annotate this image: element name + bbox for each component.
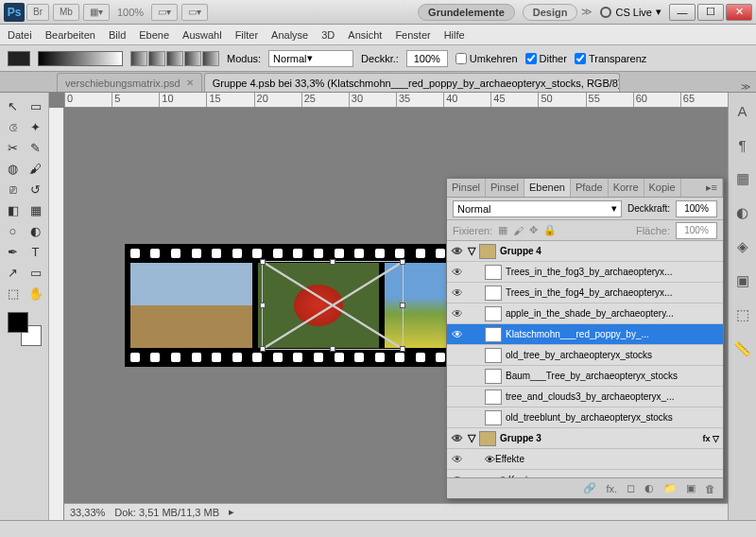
close-button[interactable]: ✕ [726, 4, 752, 21]
marquee-tool[interactable]: ▭ [26, 96, 46, 115]
layer-row[interactable]: 👁Trees_in_the_fog3_by_archaeopteryx... [447, 262, 723, 283]
lock-all-icon[interactable]: 🔒 [543, 224, 557, 236]
tab-verschiebungsmatrix[interactable]: verschiebungsmatrix.psd✕ [57, 73, 202, 92]
menu-filter[interactable]: Filter [235, 29, 258, 41]
adjustments-panel-icon[interactable]: ◐ [732, 202, 753, 223]
panel-tab-ebenen[interactable]: Ebenen [524, 179, 571, 197]
link-layers-icon[interactable]: 🔗 [583, 482, 596, 494]
layer-name[interactable]: Effekte [495, 454, 719, 464]
menu-analyse[interactable]: Analyse [271, 29, 308, 41]
expand-icon[interactable]: ▽ [468, 432, 475, 444]
layer-opacity-input[interactable]: 100% [676, 200, 717, 217]
visibility-icon[interactable]: 👁 [447, 453, 468, 466]
layer-row[interactable]: 👁apple_in_the_shade_by_archaeoptery... [447, 303, 723, 324]
layer-row[interactable]: tree_and_clouds3_by_archaeopteryx_... [447, 387, 723, 407]
close-icon[interactable]: ✕ [186, 78, 194, 88]
opacity-input[interactable]: 100% [406, 50, 448, 67]
menu-3d[interactable]: 3D [321, 29, 335, 41]
crop-tool[interactable]: ✂ [3, 138, 24, 157]
layer-name[interactable]: Gruppe 4 [500, 246, 719, 256]
hand-tool[interactable]: ✋ [26, 284, 46, 303]
styles-panel-icon[interactable]: ◈ [732, 236, 753, 257]
transparency-checkbox[interactable]: Transparenz [575, 53, 646, 64]
lasso-tool[interactable]: ⟃ [3, 117, 24, 136]
visibility-icon[interactable]: 👁 [447, 245, 468, 258]
layer-name[interactable]: old_tree_by_archaeopteryx_stocks [506, 350, 719, 360]
workspace-grundelemente[interactable]: Grundelemente [418, 4, 515, 21]
menu-datei[interactable]: Datei [8, 29, 32, 41]
paragraph-panel-icon[interactable]: ¶ [732, 134, 753, 155]
type-panel-icon[interactable]: A [732, 100, 753, 121]
fx-badge[interactable]: fx ▽ [702, 434, 719, 443]
workspace-design[interactable]: Design [523, 4, 578, 21]
menu-auswahl[interactable]: Auswahl [182, 29, 222, 41]
view-extras-button[interactable]: ▦▾ [83, 4, 110, 21]
expand-icon[interactable]: ▽ [468, 245, 475, 257]
tabs-overflow[interactable]: ≫ [741, 81, 750, 92]
transform-box[interactable] [262, 261, 404, 350]
layer-row[interactable]: Baum___Tree_by_archaeopteryx_stocks [447, 366, 723, 387]
menu-ansicht[interactable]: Ansicht [348, 29, 382, 41]
panel-tab-korre[interactable]: Korre [609, 179, 644, 197]
3d-tool[interactable]: ⬚ [3, 284, 24, 303]
new-layer-icon[interactable]: ▣ [686, 482, 696, 494]
menu-hilfe[interactable]: Hilfe [444, 29, 465, 41]
workspace-more[interactable]: ≫ [581, 6, 593, 18]
layer-name[interactable]: Baum___Tree_by_archaeopteryx_stocks [506, 371, 719, 381]
minibridge-button[interactable]: Mb [53, 4, 79, 21]
masks-panel-icon[interactable]: ▣ [732, 270, 753, 291]
layer-row[interactable]: old_treeblunt_by_archaeopteryx_stocks [447, 407, 723, 428]
blend-mode-select[interactable]: Normal▾ [268, 50, 353, 67]
bridge-button[interactable]: Br [26, 4, 49, 21]
layer-row[interactable]: old_tree_by_archaeopteryx_stocks [447, 345, 723, 366]
layer-mask-icon[interactable]: ◻ [627, 482, 635, 494]
path-tool[interactable]: ↗ [3, 263, 24, 282]
layer-row[interactable]: 👁Klatschmohn___red_poppy_by_... [447, 324, 723, 345]
layer-name[interactable]: Trees_in_the_fog3_by_archaeopteryx... [506, 267, 719, 277]
panel-tab-pfade[interactable]: Pfade [571, 179, 609, 197]
menu-bearbeiten[interactable]: Bearbeiten [45, 29, 95, 41]
brush-tool[interactable]: 🖌 [26, 159, 46, 178]
arrange-button[interactable]: ▭▾ [151, 4, 178, 21]
panel-tab-kopie[interactable]: Kopie [644, 179, 681, 197]
reverse-checkbox[interactable]: Umkehren [455, 53, 518, 64]
panel-menu-icon[interactable]: ▸≡ [701, 179, 723, 197]
visibility-icon[interactable]: 👁 [447, 286, 468, 300]
lock-transparency-icon[interactable]: ▦ [498, 224, 507, 236]
visibility-icon[interactable]: 👁 [447, 432, 468, 445]
minimize-button[interactable]: — [669, 4, 696, 21]
swatches-panel-icon[interactable]: ▦ [732, 168, 753, 189]
move-tool[interactable]: ↖ [3, 96, 24, 115]
type-tool[interactable]: T [26, 242, 46, 261]
zoom-display[interactable]: 100% [117, 7, 144, 18]
layer-name[interactable]: Klatschmohn___red_poppy_by_... [506, 329, 719, 339]
layer-name[interactable]: old_treeblunt_by_archaeopteryx_stocks [506, 412, 719, 423]
heal-tool[interactable]: ◍ [3, 159, 24, 178]
layer-name[interactable]: Gruppe 3 [500, 433, 702, 443]
layer-fill-input[interactable]: 100% [676, 222, 717, 239]
menu-ebene[interactable]: Ebene [139, 29, 169, 41]
eyedropper-tool[interactable]: ✎ [26, 138, 46, 157]
panel-tab-pinsel[interactable]: Pinsel [447, 179, 486, 197]
lock-position-icon[interactable]: ✥ [529, 224, 538, 236]
dodge-tool[interactable]: ◐ [26, 221, 46, 240]
layer-blend-select[interactable]: Normal▾ [453, 200, 622, 217]
layers-list[interactable]: 👁▽ Gruppe 4👁Trees_in_the_fog3_by_archaeo… [447, 241, 723, 477]
layer-row[interactable]: 👁👁 Kontur [447, 470, 723, 477]
gradient-picker[interactable] [38, 51, 123, 66]
layer-row[interactable]: 👁Trees_in_the_fog4_by_archaeopteryx... [447, 283, 723, 303]
stamp-tool[interactable]: ⎚ [3, 180, 24, 199]
blur-tool[interactable]: ○ [3, 221, 24, 240]
layer-row[interactable]: 👁▽ Gruppe 3fx ▽ [447, 428, 723, 449]
visibility-icon[interactable]: 👁 [447, 328, 468, 341]
measure-panel-icon[interactable]: 📏 [732, 338, 753, 359]
adjustment-layer-icon[interactable]: ◐ [644, 482, 654, 494]
history-brush-tool[interactable]: ↺ [26, 180, 46, 199]
lock-pixels-icon[interactable]: 🖌 [513, 225, 524, 236]
3d-panel-icon[interactable]: ⬚ [732, 304, 753, 325]
eraser-tool[interactable]: ◧ [3, 200, 24, 219]
visibility-icon[interactable]: 👁 [447, 307, 468, 320]
visibility-icon[interactable]: 👁 [447, 266, 468, 279]
cslive-button[interactable]: CS Live▾ [600, 6, 662, 18]
gradient-tool[interactable]: ▦ [26, 200, 46, 219]
